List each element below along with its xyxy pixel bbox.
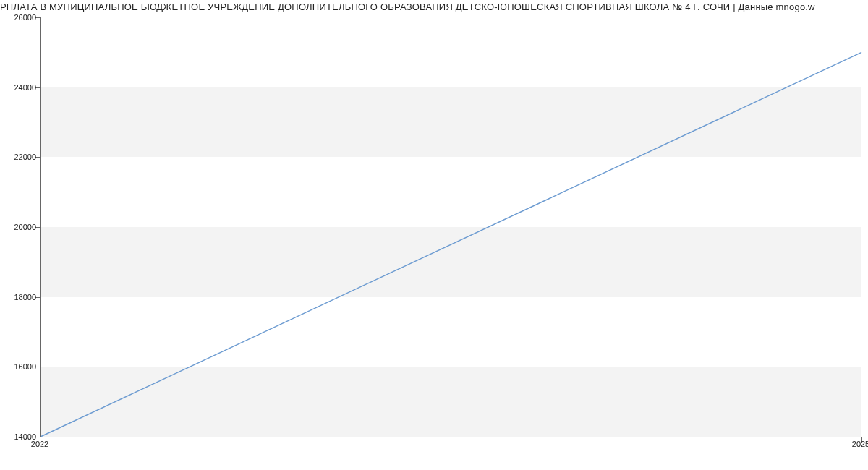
chart-container: РПЛАТА В МУНИЦИПАЛЬНОЕ БЮДЖЕТНОЕ УЧРЕЖДЕ… xyxy=(0,0,868,470)
y-tick-label: 20000 xyxy=(4,223,36,231)
x-tick-label: 2025 xyxy=(852,440,868,448)
y-tick-label: 16000 xyxy=(4,362,36,371)
chart-title: РПЛАТА В МУНИЦИПАЛЬНОЕ БЮДЖЕТНОЕ УЧРЕЖДЕ… xyxy=(0,1,868,12)
y-tick-label: 26000 xyxy=(4,13,36,22)
y-tick-label: 24000 xyxy=(4,83,36,92)
x-tick-label: 2022 xyxy=(31,440,48,448)
y-tick-label: 22000 xyxy=(4,153,36,161)
plot-area xyxy=(40,17,861,437)
y-tick-label: 18000 xyxy=(4,293,36,302)
line-series xyxy=(41,17,861,437)
